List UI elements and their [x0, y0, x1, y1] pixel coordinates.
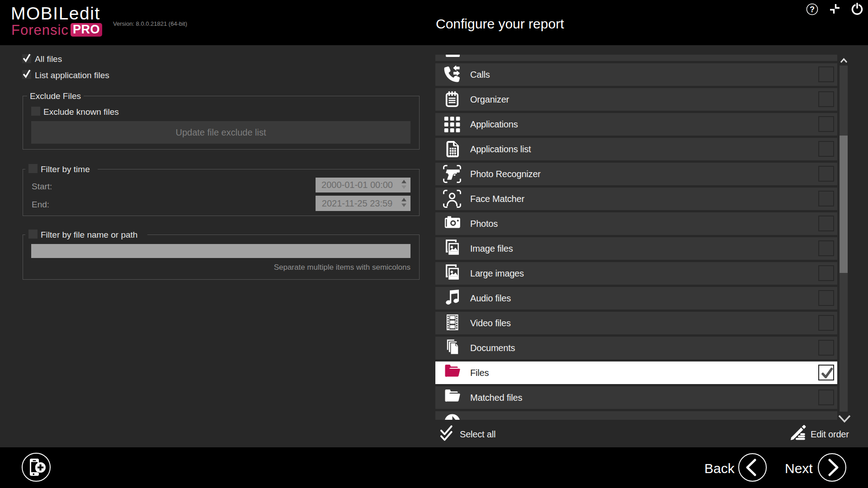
- svg-text:?: ?: [810, 5, 815, 14]
